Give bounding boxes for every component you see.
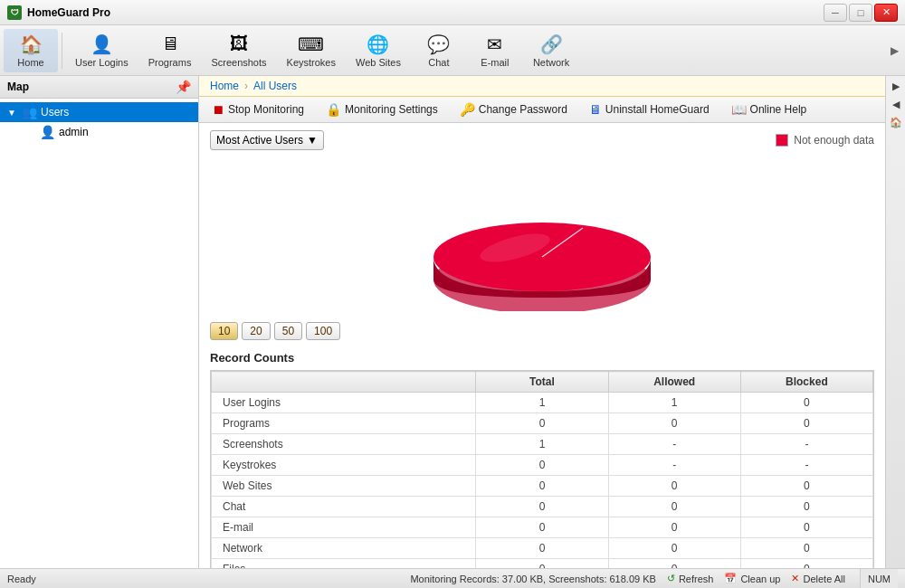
stop-monitoring-label: Stop Monitoring [228, 103, 304, 116]
nav-chat[interactable]: 💬 Chat [412, 29, 466, 72]
sidebar-pin-icon[interactable]: 📌 [176, 80, 191, 94]
app-icon: 🛡 [7, 5, 22, 20]
row-label-3: Keystrokes [212, 455, 476, 476]
content-area: Home › All Users ⏹ Stop Monitoring 🔒 Mon… [199, 76, 885, 568]
col-header-blocked: Blocked [740, 372, 872, 393]
row-total-0: 1 [476, 393, 608, 413]
maximize-button[interactable]: □ [849, 4, 872, 22]
sidebar-sub-tree: 👤 admin [0, 122, 198, 142]
change-password-button[interactable]: 🔑 Change Password [454, 100, 573, 119]
nav-screenshots[interactable]: 🖼 Screenshots [202, 29, 275, 72]
refresh-icon: ↺ [667, 573, 675, 584]
nav-user-logins[interactable]: 👤 User Logins [66, 29, 138, 72]
row-label-5: Chat [212, 497, 476, 517]
table-row[interactable]: E-mail 0 0 0 [212, 517, 873, 538]
titlebar-controls: ─ □ ✕ [824, 4, 898, 22]
cleanup-icon: 📅 [724, 573, 737, 584]
table-row[interactable]: Keystrokes 0 - - [212, 455, 873, 476]
refresh-button[interactable]: ↺ Refresh [667, 573, 714, 584]
num-btn-50[interactable]: 50 [274, 322, 302, 340]
row-allowed-7: 0 [608, 538, 740, 559]
chart-dropdown[interactable]: Most Active Users ▼ [210, 130, 324, 150]
chart-legend: Not enough data [776, 134, 874, 147]
dropdown-arrow-icon: ▼ [307, 134, 318, 147]
nav-keystrokes[interactable]: ⌨ Keystrokes [278, 29, 345, 72]
nav-right-arrow[interactable]: ▶ [887, 29, 901, 72]
table-row[interactable]: User Logins 1 1 0 [212, 393, 873, 413]
table-row[interactable]: Chat 0 0 0 [212, 497, 873, 517]
row-blocked-1: 0 [740, 413, 872, 434]
stop-monitoring-button[interactable]: ⏹ Stop Monitoring [206, 100, 310, 119]
num-btn-100[interactable]: 100 [306, 322, 340, 340]
row-allowed-2: - [608, 434, 740, 455]
nav-home[interactable]: 🏠 Home [4, 29, 58, 72]
record-counts-title: Record Counts [210, 351, 874, 365]
num-buttons: 10 20 50 100 [210, 322, 874, 340]
nav-chat-label: Chat [428, 57, 449, 68]
nav-web-sites[interactable]: 🌐 Web Sites [347, 29, 410, 72]
table-header-row: Total Allowed Blocked [212, 372, 873, 393]
online-help-label: Online Help [750, 103, 807, 116]
row-allowed-5: 0 [608, 497, 740, 517]
tree-expand-icon: ▼ [7, 108, 18, 118]
breadcrumb-sep: › [244, 80, 248, 92]
stop-icon: ⏹ [212, 102, 224, 117]
table-row[interactable]: Programs 0 0 0 [212, 413, 873, 434]
num-btn-20[interactable]: 20 [242, 322, 270, 340]
keystrokes-icon: ⌨ [300, 33, 322, 55]
sidebar-item-users[interactable]: ▼ 👥 Users [0, 102, 198, 122]
rs-expand[interactable]: ◀ [888, 96, 904, 112]
online-help-button[interactable]: 📖 Online Help [726, 100, 813, 119]
delete-all-label: Delete All [803, 574, 844, 584]
status-ready: Ready [7, 574, 395, 584]
sidebar: Map 📌 ▼ 👥 Users 👤 admin [0, 76, 199, 568]
row-total-8: 0 [476, 559, 608, 569]
chart-section: Most Active Users ▼ Not enough data [199, 123, 885, 568]
main-layout: Map 📌 ▼ 👥 Users 👤 admin Home › All U [0, 76, 905, 568]
table-row[interactable]: Network 0 0 0 [212, 538, 873, 559]
change-password-label: Change Password [479, 103, 567, 116]
col-header-total: Total [476, 372, 608, 393]
row-blocked-2: - [740, 434, 872, 455]
nav-programs[interactable]: 🖥 Programs [139, 29, 201, 72]
table-row[interactable]: Screenshots 1 - - [212, 434, 873, 455]
table-row[interactable]: Web Sites 0 0 0 [212, 476, 873, 497]
record-counts-table-scroll[interactable]: Total Allowed Blocked User Logins 1 1 0 … [210, 370, 874, 568]
breadcrumb-home[interactable]: Home [210, 80, 239, 92]
row-label-0: User Logins [212, 393, 476, 413]
table-row[interactable]: Files 0 0 0 [212, 559, 873, 569]
close-button[interactable]: ✕ [874, 4, 898, 22]
uninstall-button[interactable]: 🖥 Uninstall HomeGuard [584, 100, 715, 119]
nav-network[interactable]: 🔗 Network [524, 29, 578, 72]
cleanup-button[interactable]: 📅 Clean up [724, 573, 780, 584]
titlebar-left: 🛡 HomeGuard Pro [7, 5, 110, 20]
monitoring-info: Monitoring Records: 37.00 KB, Screenshot… [410, 574, 656, 584]
delete-all-button[interactable]: ✕ Delete All [791, 573, 844, 584]
num-btn-10[interactable]: 10 [210, 322, 238, 340]
rs-home[interactable]: 🏠 [888, 114, 904, 130]
rs-arrow-right[interactable]: ▶ [888, 78, 904, 94]
row-allowed-0: 1 [608, 393, 740, 413]
row-blocked-7: 0 [740, 538, 872, 559]
row-allowed-6: 0 [608, 517, 740, 538]
monitoring-settings-button[interactable]: 🔒 Monitoring Settings [320, 100, 443, 119]
user-logins-icon: 👤 [90, 33, 112, 55]
row-label-2: Screenshots [212, 434, 476, 455]
settings-lock-icon: 🔒 [326, 102, 341, 117]
row-blocked-6: 0 [740, 517, 872, 538]
row-allowed-1: 0 [608, 413, 740, 434]
breadcrumb-all-users[interactable]: All Users [253, 80, 297, 92]
nav-email[interactable]: ✉ E-mail [468, 29, 522, 72]
web-sites-icon: 🌐 [367, 33, 389, 55]
programs-icon: 🖥 [159, 33, 181, 55]
sidebar-admin-label: admin [59, 126, 89, 138]
record-counts-section: Record Counts Total Allowed Blocked [210, 351, 874, 568]
right-sidebar: ▶ ◀ 🏠 [885, 76, 905, 568]
email-icon: ✉ [484, 33, 506, 55]
nav-network-label: Network [533, 57, 569, 68]
minimize-button[interactable]: ─ [824, 4, 847, 22]
monitoring-settings-label: Monitoring Settings [345, 103, 438, 116]
col-header-allowed: Allowed [608, 372, 740, 393]
col-header-label [212, 372, 476, 393]
sidebar-item-admin[interactable]: 👤 admin [18, 122, 198, 142]
